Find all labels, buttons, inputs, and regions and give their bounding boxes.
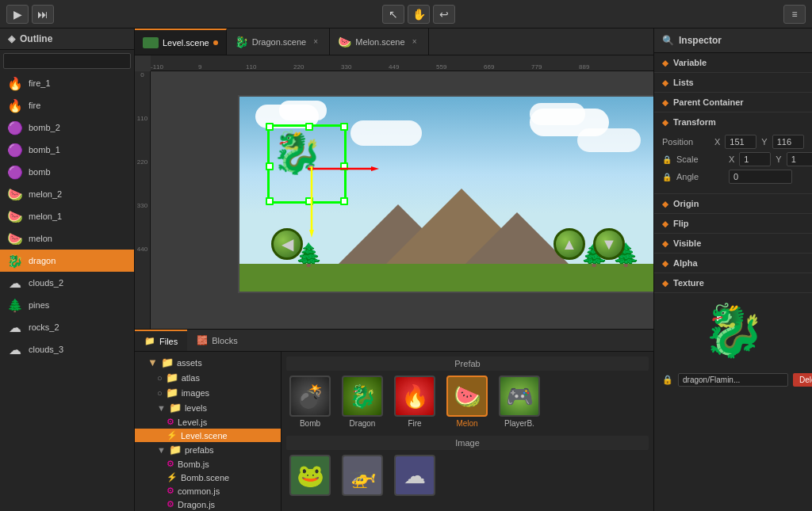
- section-visible-header[interactable]: ◆ Visible: [654, 234, 812, 253]
- image-item-3[interactable]: ☁: [391, 455, 439, 496]
- prefab-bomb[interactable]: 💣 Bomb: [286, 376, 334, 428]
- step-button[interactable]: ⏭: [32, 5, 54, 24]
- sidebar-item-bomb_1[interactable]: 🟣 bomb_1: [0, 139, 134, 161]
- scene-viewport[interactable]: 🌲 🌲 🌲 🐉: [151, 71, 653, 329]
- section-lists-header[interactable]: ◆ Lists: [654, 73, 812, 92]
- file-atlas[interactable]: ○ 📁 atlas: [135, 370, 281, 385]
- prefab-dragon[interactable]: 🐉 Dragon: [339, 376, 386, 428]
- position-y-input[interactable]: [772, 135, 804, 149]
- section-visible-label: Visible: [673, 238, 701, 248]
- bottom-panel: 📁 Files 🧱 Blocks ▼ 📁 assets: [135, 329, 653, 511]
- handle-ml[interactable]: [266, 162, 274, 170]
- sidebar-item-fire[interactable]: 🔥 fire: [0, 94, 134, 116]
- sidebar-item-bomb[interactable]: 🟣 bomb: [0, 161, 134, 183]
- rotate-tool-button[interactable]: ↩: [433, 5, 455, 24]
- section-flip-header[interactable]: ◆ Flip: [654, 214, 812, 233]
- position-x-input[interactable]: [725, 135, 756, 149]
- delete-button[interactable]: Delete: [793, 373, 812, 387]
- file-dragon-js[interactable]: ⚙ Dragon.js: [135, 498, 281, 511]
- section-variable: ◆ Variable: [654, 53, 812, 73]
- main-menu-button[interactable]: ≡: [783, 5, 806, 24]
- texture-input[interactable]: [678, 373, 788, 387]
- sidebar-item-fire_1[interactable]: 🔥 fire_1: [0, 72, 134, 94]
- handle-tm[interactable]: [305, 123, 313, 131]
- prefab-playerb[interactable]: 🎮 PlayerB.: [496, 376, 543, 428]
- section-texture-header[interactable]: ◆ Texture: [654, 273, 812, 292]
- game-button-down[interactable]: ▼: [593, 228, 625, 260]
- tab-melon-scene[interactable]: 🍉 Melon.scene ×: [330, 29, 428, 55]
- image-item-1[interactable]: 🐸: [286, 455, 334, 496]
- tab-close-dragon[interactable]: ×: [310, 36, 321, 48]
- canvas-area[interactable]: -110 9 110 220 330 449 559 669 779 889 0…: [135, 55, 653, 329]
- image-item-2[interactable]: 🚁: [339, 455, 386, 496]
- angle-input[interactable]: [729, 170, 792, 184]
- ruler-tick-v: 110: [137, 115, 147, 122]
- handle-tl[interactable]: [266, 123, 274, 131]
- section-origin-header[interactable]: ◆ Origin: [654, 194, 812, 213]
- file-bomb-scene[interactable]: ⚡ Bomb.scene: [135, 471, 281, 484]
- section-transform: ◆ Transform Position X Y 🔒 Scale X Y: [654, 112, 812, 194]
- file-levels[interactable]: ▼ 📁 levels: [135, 400, 281, 415]
- section-transform-header[interactable]: ◆ Transform: [654, 112, 812, 132]
- sidebar-item-dragon[interactable]: 🐉 dragon: [0, 250, 134, 272]
- tab-icon-melon: 🍉: [338, 36, 351, 48]
- file-js-icon: ⚙: [167, 417, 174, 427]
- inspector-dragon-icon: 🐉: [702, 301, 765, 360]
- file-assets-label: assets: [177, 358, 202, 368]
- file-dragonjs-icon: ⚙: [167, 499, 174, 509]
- sidebar-item-clouds_2[interactable]: ☁ clouds_2: [0, 272, 134, 294]
- file-prefabs-label: prefabs: [185, 445, 214, 455]
- handle-bl[interactable]: [266, 197, 274, 205]
- prefab-fire-thumb: 🔥: [394, 376, 435, 417]
- hand-tool-button[interactable]: ✋: [408, 5, 430, 24]
- sidebar-item-melon_1[interactable]: 🍉 melon_1: [0, 205, 134, 227]
- file-images[interactable]: ○ 📁 images: [135, 385, 281, 400]
- section-alpha-header[interactable]: ◆ Alpha: [654, 254, 812, 273]
- file-prefabs[interactable]: ▼ 📁 prefabs: [135, 442, 281, 457]
- tab-files[interactable]: 📁 Files: [135, 330, 187, 351]
- sidebar-item-melon[interactable]: 🍉 melon: [0, 227, 134, 250]
- ruler-tick: 9: [198, 63, 201, 71]
- tab-blocks[interactable]: 🧱 Blocks: [187, 330, 247, 351]
- tab-dragon-scene[interactable]: 🐉 Dragon.scene ×: [227, 29, 331, 55]
- tab-close-melon[interactable]: ×: [409, 36, 420, 48]
- sidebar-item-pines[interactable]: 🌲 pines: [0, 294, 134, 316]
- prefab-melon[interactable]: 🍉 Melon: [443, 376, 491, 428]
- sidebar-item-clouds_3[interactable]: ☁ clouds_3: [0, 338, 134, 360]
- file-bomb-js[interactable]: ⚙ Bomb.js: [135, 457, 281, 471]
- file-common-js[interactable]: ⚙ common.js: [135, 484, 281, 498]
- files-tab-label: Files: [159, 337, 178, 346]
- sidebar-item-bomb_2[interactable]: 🟣 bomb_2: [0, 116, 134, 139]
- sidebar-icon-melon_1: 🍉: [6, 208, 24, 225]
- img-emoji-1: 🐸: [297, 463, 324, 489]
- fire-emoji: 🔥: [401, 383, 429, 410]
- handle-br[interactable]: [340, 197, 348, 205]
- center-area: Level.scene 🐉 Dragon.scene × 🍉 Melon.sce…: [135, 29, 653, 511]
- section-alpha-toggle: ◆: [662, 259, 668, 268]
- outline-icon: ◈: [8, 33, 15, 44]
- sidebar-item-melon_2[interactable]: 🍉 melon_2: [0, 183, 134, 205]
- scale-y-input[interactable]: [787, 152, 812, 166]
- scale-x-input[interactable]: [739, 152, 771, 166]
- sidebar-search-input[interactable]: [3, 53, 131, 69]
- section-parent-header[interactable]: ◆ Parent Container: [654, 93, 812, 112]
- scene-background: 🌲 🌲 🌲 🐉: [239, 97, 653, 292]
- tab-level-scene[interactable]: Level.scene: [135, 29, 227, 55]
- prefab-fire[interactable]: 🔥 Fire: [391, 376, 439, 428]
- image-thumb-1: 🐸: [289, 455, 331, 496]
- ruler-tick: 559: [436, 63, 446, 71]
- sidebar-item-rocks_2[interactable]: ☁ rocks_2: [0, 316, 134, 338]
- melon-emoji: 🍉: [454, 383, 481, 410]
- game-button-left[interactable]: ◀: [271, 228, 303, 260]
- file-level-js[interactable]: ⚙ Level.js: [135, 415, 281, 429]
- file-assets[interactable]: ▼ 📁 assets: [135, 355, 281, 370]
- game-button-up[interactable]: ▲: [553, 228, 585, 260]
- section-variable-header[interactable]: ◆ Variable: [654, 53, 812, 72]
- prefab-fire-label: Fire: [408, 419, 421, 428]
- handle-tr[interactable]: [340, 123, 348, 131]
- move-tool-button[interactable]: ↖: [382, 5, 404, 24]
- toolbar: ▶ ⏭ ↖ ✋ ↩ ≡: [0, 0, 812, 29]
- image-grid: 🐸 🚁 ☁: [286, 455, 649, 496]
- play-button[interactable]: ▶: [6, 5, 29, 24]
- file-level-scene[interactable]: ⚡ Level.scene: [135, 429, 281, 442]
